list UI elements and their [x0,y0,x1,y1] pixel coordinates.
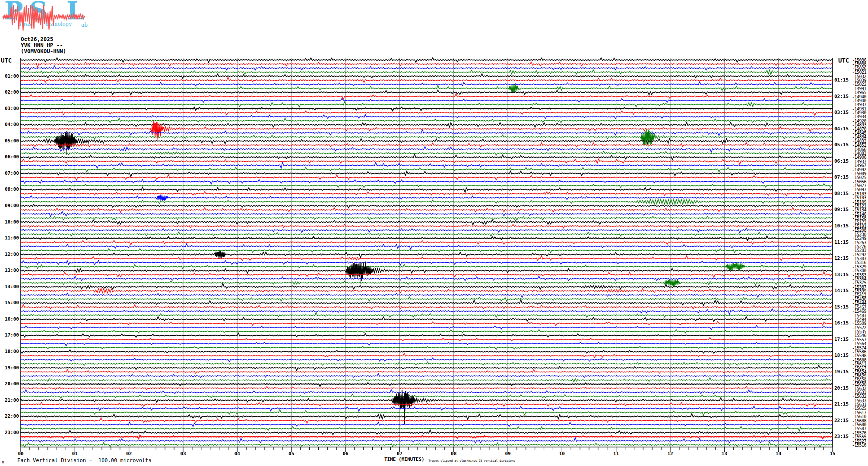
hour-label-left: 18:00 [0,349,19,354]
seismic-trace [21,228,833,233]
seismic-trace [21,115,833,119]
minute-label: 06 [342,451,348,456]
hour-label-left: 04:00 [0,122,19,127]
seismic-trace [21,390,833,394]
trace-offset-value: -14937 [852,103,866,107]
hour-label-left: 14:00 [0,284,19,289]
hour-label-right: 04:15 [834,126,849,131]
seismic-trace [21,187,833,192]
seismic-trace [21,262,833,271]
hour-label-left: 05:00 [0,139,19,143]
seismic-trace [21,66,833,70]
minute-label: 08 [451,451,456,456]
seismic-trace [21,179,833,184]
hour-label-left: 17:00 [0,333,19,337]
seismic-trace [21,159,833,164]
minute-label: 11 [613,451,619,456]
minute-label: 07 [397,451,402,456]
trace-offset-value: -14893 [852,123,866,127]
helicorder-plot[interactable] [0,0,868,466]
seismic-trace [21,129,833,147]
seismic-trace [21,232,833,236]
trace-offset-value: -15025 [852,176,866,179]
seismic-trace [21,70,833,75]
trace-offset-value: -15630 [852,382,866,386]
hour-label-left: 23:00 [0,430,19,435]
seismic-trace [21,406,833,412]
hour-label-right: 15:15 [834,305,849,309]
seismic-trace [21,240,833,245]
seismic-trace [21,74,833,79]
seismic-trace [21,333,833,337]
seismic-trace [21,276,833,280]
clip-note: Traces clipped at plus/minus 25 vertical… [428,458,515,464]
seismic-trace [21,260,833,265]
minute-label: 02 [126,451,132,456]
seismic-trace [21,205,833,208]
seismic-trace [21,98,833,102]
minute-label: 04 [234,451,240,456]
hour-label-right: 17:15 [834,337,849,342]
seismic-trace [21,249,833,253]
trace-offset-value: -14852 [852,143,866,147]
trace-offset-value: -15283 [852,249,866,252]
minute-label: 12 [667,451,673,456]
hour-label-right: 12:15 [834,256,849,261]
seismic-trace [21,442,833,447]
webicorder-page: P atras S eismology L ab Oct26,2025 YVK … [0,0,868,466]
seismic-trace [21,438,833,443]
seismic-trace [21,58,833,63]
seismic-trace [21,430,833,435]
hour-label-right: 16:15 [834,321,849,325]
minute-label: 05 [288,451,294,456]
seismic-trace [21,325,833,330]
seismic-trace [21,101,833,107]
hour-label-left: 20:00 [0,381,19,386]
seismic-trace [21,224,833,228]
hour-label-right: 06:15 [834,159,849,164]
seismic-trace [21,82,833,86]
trace-offset-value: -15021 [852,70,866,74]
seismic-trace [21,414,833,420]
trace-offset-value: -15509 [852,321,866,325]
seismic-trace [21,94,833,100]
hour-label-right: 13:15 [834,272,849,277]
trace-offset-value: -15444 [852,301,866,305]
seismic-trace [21,422,833,427]
seismic-trace [21,111,833,116]
trace-offset-value: -15208 [852,228,866,232]
hour-label-left: 15:00 [0,300,19,305]
hour-label-left: 02:00 [0,90,19,94]
seismic-trace [21,211,833,217]
hour-label-left: 06:00 [0,154,19,159]
trace-offset-value: -15340 [852,269,866,273]
seismic-trace [21,236,833,240]
hour-label-right: 21:15 [834,402,849,406]
seismic-trace [21,123,833,127]
hour-label-left: 13:00 [0,268,19,273]
seismic-trace [21,77,833,82]
hour-label-right: 07:15 [834,175,849,179]
seismic-trace [21,317,833,322]
hour-label-left: 07:00 [0,171,19,176]
seismic-trace [21,147,833,152]
seismic-trace [21,167,833,172]
seismic-trace [21,154,833,160]
corner-glyph: M [2,460,4,466]
hour-label-right: 02:15 [834,94,849,99]
hour-label-left: 08:00 [0,187,19,192]
hour-label-left: 19:00 [0,365,19,370]
trace-offset-value: -15249 [852,236,866,240]
seismic-trace [21,305,833,309]
seismic-trace [21,402,833,406]
seismic-trace [21,418,833,423]
seismic-trace [21,350,833,353]
seismic-trace [21,330,833,333]
seismic-trace [21,142,833,147]
hour-label-left: 10:00 [0,220,19,224]
hour-label-left: 03:00 [0,106,19,111]
hour-label-right: 22:15 [834,418,849,423]
trace-offset-value: -15564 [852,342,866,346]
seismic-trace [21,255,833,261]
seismic-trace [21,216,833,220]
